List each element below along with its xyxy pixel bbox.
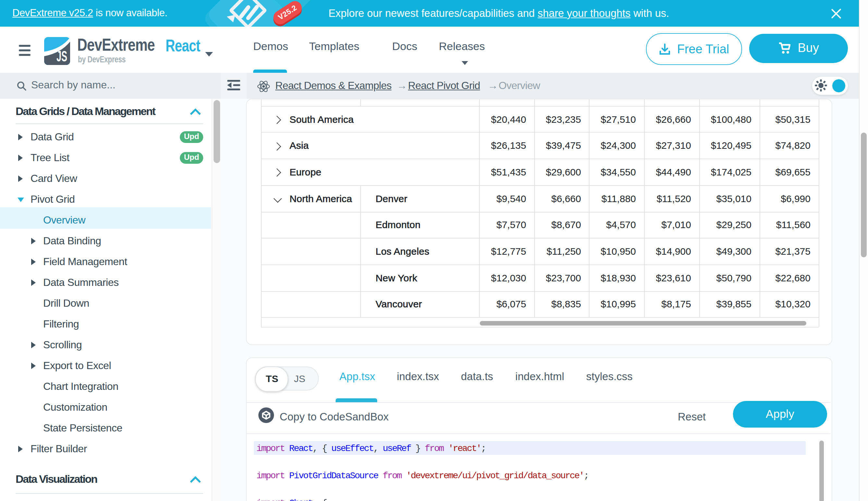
svg-text:JS: JS	[56, 48, 67, 65]
